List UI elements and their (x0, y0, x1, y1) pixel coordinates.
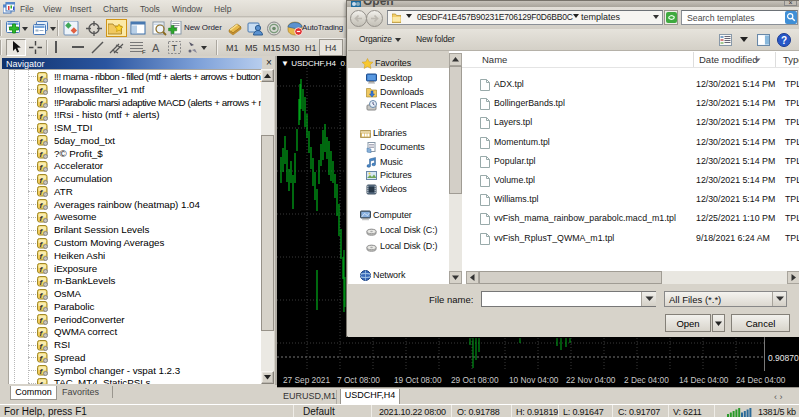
svg-text:T: T (172, 43, 178, 53)
svg-text:F: F (142, 49, 146, 54)
svg-text:?: ? (781, 35, 787, 46)
